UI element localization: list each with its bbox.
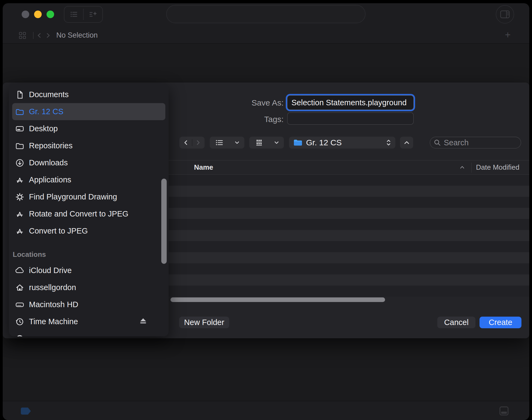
sidebar-panel: Documents Gr. 12 CS Desktop Repositories [9, 83, 169, 336]
list-view-button[interactable] [210, 137, 244, 149]
debug-bar [3, 401, 529, 420]
home-icon [15, 283, 25, 293]
live-view-icon[interactable] [21, 408, 31, 415]
inspector-toggle-button[interactable] [496, 5, 514, 24]
sort-ascending-icon [460, 166, 464, 169]
jump-bar: No Selection + [3, 27, 529, 44]
back-chevron-icon[interactable] [37, 33, 41, 38]
list-lines-icon [70, 10, 78, 18]
create-button[interactable]: Create [480, 317, 521, 328]
save-dialog-sheet: Save As: Tags: [3, 83, 529, 338]
desktop-icon [15, 124, 25, 134]
locations-section-header: Locations [12, 250, 165, 259]
search-field[interactable] [430, 137, 521, 149]
standard-editor-button[interactable] [64, 6, 83, 22]
appstore-icon [15, 209, 25, 219]
forward-button[interactable] [192, 137, 205, 149]
name-column-header[interactable]: Name [194, 163, 213, 172]
sidebar-item-applications[interactable]: Applications [12, 171, 165, 188]
cancel-button[interactable]: Cancel [437, 317, 475, 328]
time-machine-icon [15, 317, 25, 327]
tags-label: Tags: [202, 115, 284, 124]
date-modified-column-header[interactable]: Date Modified [476, 163, 519, 172]
doc-sparkle-icon [88, 10, 98, 18]
gear-icon [15, 192, 25, 202]
xcode-window: No Selection + Save As: Tags: [3, 3, 529, 420]
close-button[interactable] [22, 11, 29, 18]
up-folder-button[interactable] [400, 137, 413, 149]
sidebar-item-russellgordon[interactable]: russellgordon [12, 279, 165, 296]
forward-chevron-icon [197, 140, 200, 145]
activity-view [166, 5, 366, 23]
add-editor-button[interactable]: + [505, 27, 511, 43]
save-as-label: Save As: [202, 98, 284, 107]
sidebar-item-documents[interactable]: Documents [12, 86, 165, 103]
chevron-up-icon [404, 141, 409, 144]
location-popup-label: Gr. 12 CS [306, 138, 386, 147]
minimize-button[interactable] [34, 11, 42, 18]
sidebar-item-repositories[interactable]: Repositories [12, 137, 165, 154]
sidebar-scrollbar-thumb[interactable] [161, 179, 167, 264]
sidebar-item-rotate-and-convert-to-jpeg[interactable]: Rotate and Convert to JPEG [12, 205, 165, 222]
sidebar-item-find-playground-drawing[interactable]: Find Playground Drawing [12, 188, 165, 205]
icloud-icon [15, 266, 25, 275]
related-items-grid-icon[interactable] [18, 31, 27, 40]
up-down-chevrons-icon [386, 139, 391, 146]
chevron-down-icon [275, 142, 278, 144]
horizontal-scrollbar-thumb[interactable] [170, 297, 385, 302]
desktop-background: No Selection + Save As: Tags: [0, 0, 532, 420]
tags-input[interactable] [287, 112, 414, 125]
folder-icon [15, 107, 25, 117]
eject-button[interactable] [139, 317, 147, 326]
editor-mode-segmented-control [64, 6, 103, 23]
sidebar-item-network-partial[interactable] [12, 330, 165, 336]
document-icon [15, 90, 25, 100]
back-button[interactable] [179, 137, 192, 149]
assistant-editor-button[interactable] [84, 6, 102, 22]
zoom-button[interactable] [47, 11, 54, 18]
harddrive-icon [15, 300, 25, 310]
divider [33, 32, 34, 39]
appstore-icon [15, 226, 25, 236]
sidebar-item-icloud-drive[interactable]: iCloud Drive [12, 262, 165, 279]
sidebar-item-macintosh-hd[interactable]: Macintosh HD [12, 296, 165, 313]
sidebar-item-desktop[interactable]: Desktop [12, 120, 165, 137]
folder-icon [15, 141, 25, 151]
globe-icon [15, 334, 25, 337]
file-list-empty [168, 175, 529, 297]
sidebar-item-downloads[interactable]: Downloads [12, 154, 165, 171]
group-view-button[interactable] [249, 137, 284, 149]
column-divider[interactable] [471, 163, 472, 173]
list-column-headers: Name Date Modified [168, 160, 529, 175]
sidebar-item-time-machine[interactable]: Time Machine [12, 313, 165, 330]
search-icon [434, 139, 441, 146]
new-folder-button[interactable]: New Folder [179, 317, 229, 328]
group-view-icon [255, 139, 263, 147]
location-popup[interactable]: Gr. 12 CS [289, 137, 395, 149]
folder-icon [293, 139, 303, 146]
breadcrumb: No Selection [56, 27, 98, 43]
sidebar-item-convert-to-jpeg[interactable]: Convert to JPEG [12, 222, 165, 239]
filename-input[interactable] [287, 95, 414, 110]
debug-area-toggle-icon[interactable] [500, 406, 508, 415]
forward-chevron-icon[interactable] [47, 33, 50, 38]
back-chevron-icon [184, 140, 187, 145]
list-view-icon [215, 139, 223, 147]
titlebar[interactable] [3, 3, 529, 27]
appstore-icon [15, 175, 25, 185]
chevron-down-icon [235, 142, 239, 144]
sidebar-item-gr-12-cs[interactable]: Gr. 12 CS [12, 103, 165, 120]
inspector-panel-icon [500, 9, 510, 20]
nav-back-forward-group [179, 137, 205, 149]
search-input[interactable] [444, 138, 511, 147]
downloads-icon [15, 158, 25, 168]
